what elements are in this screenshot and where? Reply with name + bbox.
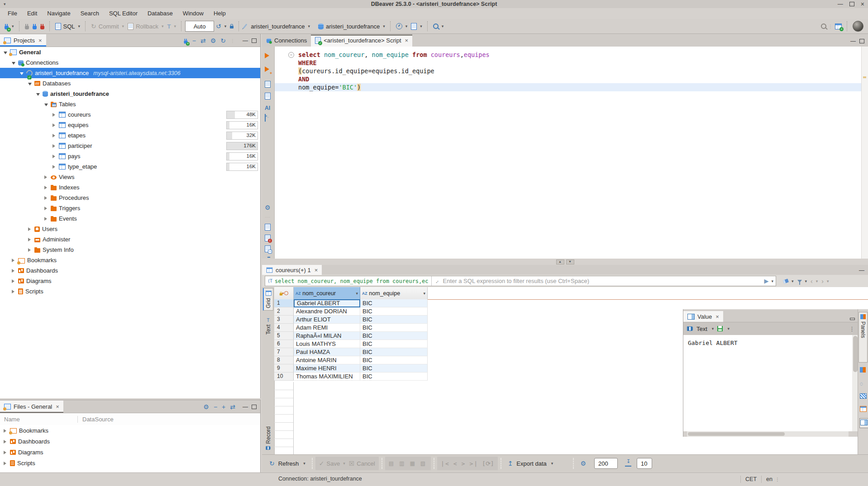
column-menu-icon[interactable]: ▾ (356, 291, 358, 296)
chevron-right-icon[interactable] (44, 194, 51, 201)
result-settings-button[interactable]: ⚙ (577, 457, 590, 470)
tree-item-general[interactable]: General (0, 47, 260, 57)
chevron-right-icon[interactable] (28, 226, 34, 232)
first-row-icon[interactable]: |< (441, 460, 450, 467)
fold-icon[interactable]: − (288, 52, 294, 58)
menu-navigate[interactable]: Navigate (42, 8, 75, 19)
chevron-down-icon[interactable] (28, 80, 34, 87)
tree-item-scripts[interactable]: Scripts (0, 286, 260, 297)
row-header-cell[interactable] (274, 287, 294, 299)
row-number[interactable]: 6 (274, 340, 294, 348)
tab-connections[interactable]: Connections (262, 34, 311, 47)
tree-item-procedures[interactable]: Procedures (0, 193, 260, 203)
cell-nom-equipe[interactable]: BIC (360, 340, 428, 348)
filter-history-forward-button[interactable]: ›▾ (820, 276, 830, 286)
execute-statement-button[interactable] (265, 53, 269, 58)
cell-nom-coureur[interactable]: Thomas MAXIMILIEN (294, 373, 360, 381)
execute-script-button[interactable] (265, 81, 271, 88)
cell-nom-coureur[interactable]: Paul HAMZA (294, 348, 360, 356)
export-data-button[interactable]: ↥ Export data ▾ (504, 457, 557, 470)
chevron-down-icon[interactable] (36, 90, 43, 97)
tree-item-pays[interactable]: pays16K (0, 151, 260, 161)
row-number[interactable]: 5 (274, 332, 294, 340)
tree-item-etapes[interactable]: etapes32K (0, 130, 260, 141)
files-item-bookmarks[interactable]: Bookmarks (0, 425, 260, 436)
menu-search[interactable]: Search (76, 8, 104, 19)
lock-button[interactable] (228, 23, 235, 30)
code-line[interactable]: WHERE (275, 59, 862, 67)
script-errors-button[interactable] (265, 235, 271, 241)
metadata-panel-icon[interactable] (860, 406, 867, 413)
chevron-down-icon[interactable] (12, 59, 18, 66)
edit-row-icon[interactable]: ▤ (389, 460, 396, 467)
last-row-icon[interactable]: >| (469, 460, 478, 467)
previous-row-icon[interactable]: < (453, 460, 458, 467)
tab-value[interactable]: Value × (683, 311, 723, 322)
delete-row-icon[interactable]: ▧ (420, 460, 427, 467)
apply-filter-icon[interactable]: ▶ (764, 278, 768, 284)
menu-edit[interactable]: Edit (22, 8, 42, 19)
collapse-all-icon[interactable]: − (214, 403, 217, 411)
commit-mode-select[interactable]: Auto (185, 21, 214, 32)
expand-all-icon[interactable]: + (222, 403, 225, 411)
chevron-down-icon[interactable] (44, 101, 51, 108)
code-line[interactable]: (coureurs.id_equipe=equipes.id_equipe (275, 67, 862, 75)
code-line[interactable]: AND (275, 75, 862, 83)
refresh-icon[interactable]: ↻ (220, 37, 226, 44)
sql-console-button[interactable] (265, 114, 266, 122)
next-row-icon[interactable]: > (462, 460, 466, 467)
maximize-view-icon[interactable] (859, 39, 864, 43)
tree-item-coureurs[interactable]: coureurs48K (0, 109, 260, 120)
maximize-view-icon[interactable] (252, 38, 257, 43)
clear-filter-button[interactable]: ▾ (782, 278, 796, 285)
column-header-nom-coureur[interactable]: AZ nom_coureur ▾ (294, 287, 360, 299)
segment-size-input[interactable]: 10 (637, 458, 652, 469)
code-line[interactable]: −select nom_coureur, nom_equipe from cou… (275, 51, 862, 59)
filter-history-back-button[interactable]: ‹▾ (809, 276, 820, 286)
menu-window[interactable]: Window (178, 8, 209, 19)
connect-button[interactable] (23, 22, 31, 31)
cell-nom-coureur[interactable]: Louis MATHYS (294, 340, 360, 348)
tab-grid[interactable]: Grid (263, 288, 273, 311)
rollback-button[interactable]: Rollback▾ (126, 22, 165, 31)
tree-item-connections[interactable]: Connections (0, 57, 260, 68)
cell-nom-coureur[interactable]: Arthur ELIOT (294, 316, 360, 324)
script-variables-button[interactable] (265, 245, 271, 252)
collapse-all-icon[interactable]: − (192, 37, 196, 44)
chevron-right-icon[interactable] (28, 236, 34, 243)
tree-item-participer[interactable]: participer176K (0, 141, 260, 151)
tree-item-type-etape[interactable]: type_etape16K (0, 161, 260, 172)
refresh-button[interactable]: ↻ Refresh ▾ (266, 457, 309, 470)
settings-icon[interactable]: ⚙ (203, 403, 209, 411)
status-more-icon[interactable]: ⋮ (775, 477, 780, 482)
settings-icon[interactable]: ⚙ (210, 37, 216, 44)
minimize-view-icon[interactable]: — (243, 404, 248, 410)
minimize-icon[interactable]: — (838, 0, 843, 8)
row-number[interactable]: 2 (274, 307, 294, 316)
dashboard-button[interactable]: ▾ (394, 22, 410, 31)
row-number[interactable]: 8 (274, 356, 294, 364)
tab-record[interactable]: Record (263, 425, 273, 452)
files-item-scripts[interactable]: Scripts (0, 458, 260, 468)
duplicate-row-icon[interactable]: ▦ (410, 460, 416, 467)
files-item-dashboards[interactable]: Dashboards (0, 436, 260, 447)
tree-item-databases[interactable]: Databases (0, 78, 260, 89)
tree-item-dashboards[interactable]: Dashboards (0, 265, 260, 276)
tree-item-equipes[interactable]: equipes16K (0, 120, 260, 130)
cancel-button[interactable]: ☒Cancel (349, 460, 375, 467)
files-item-diagrams[interactable]: Diagrams (0, 447, 260, 458)
value-panel-toggle-icon[interactable] (860, 419, 868, 428)
fetch-size-input[interactable]: 200 (594, 458, 618, 469)
filter-dropdown-icon[interactable]: ▾ (771, 279, 773, 283)
ai-assistant-button[interactable]: AI (265, 105, 270, 111)
transaction-history-button[interactable]: ↺▾ (214, 21, 228, 31)
expand-filter-icon[interactable]: ↔ (431, 276, 441, 286)
tree-item-views[interactable]: Views (0, 172, 260, 182)
cell-nom-coureur[interactable]: Alexandre DORIAN (294, 307, 360, 316)
tab-text[interactable]: T Text (263, 316, 273, 336)
tree-item-aristeri-tourdefrance[interactable]: aristeri_tourdefrance (0, 89, 260, 99)
cell-nom-coureur[interactable]: Adam REMI (294, 324, 360, 332)
cell-nom-equipe[interactable]: BIC (360, 348, 428, 356)
chevron-right-icon[interactable] (52, 122, 59, 128)
tree-item-events[interactable]: Events (0, 213, 260, 224)
